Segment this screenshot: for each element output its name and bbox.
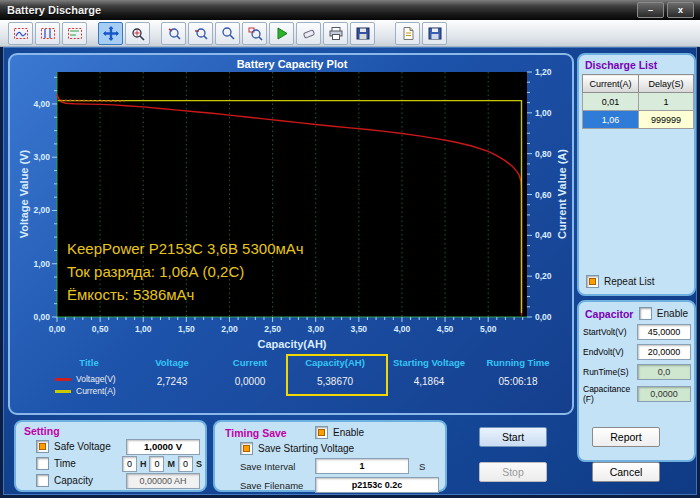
table-cell[interactable]: 0,01 [583, 93, 639, 111]
svg-text:1,00: 1,00 [535, 108, 552, 118]
minimize-button[interactable]: – [637, 2, 664, 18]
save-interval-unit: S [419, 461, 425, 472]
time-hours-field[interactable] [122, 456, 137, 472]
legend-label: Current(A) [76, 386, 116, 396]
svg-text:4,00: 4,00 [33, 99, 50, 109]
title-bar[interactable]: Battery Discharge – x [0, 0, 700, 20]
voltage-value: 2,7243 [133, 376, 211, 387]
svg-text:0,60: 0,60 [535, 190, 552, 200]
zoom-reset-icon [247, 26, 263, 41]
zoom-tool-button[interactable] [125, 22, 150, 45]
timing-enable-checkbox[interactable] [315, 426, 328, 439]
svg-text:4,50: 4,50 [437, 324, 454, 334]
stats-starting-voltage: Starting Voltage 4,1864 [381, 357, 477, 396]
cancel-button[interactable]: Cancel [592, 462, 660, 482]
save-filename-field[interactable] [315, 477, 439, 493]
svg-text:2,50: 2,50 [264, 324, 281, 334]
svg-text:0,00: 0,00 [535, 312, 552, 322]
column-header[interactable]: Delay(S) [639, 75, 694, 93]
select-curve-button[interactable] [8, 22, 33, 45]
endvolt-label: EndVolt(V) [583, 347, 637, 357]
save-interval-field[interactable] [315, 458, 409, 474]
select-horizontal-button[interactable] [62, 22, 87, 45]
endvolt-field[interactable] [637, 344, 691, 360]
stats-header: Voltage [133, 357, 211, 372]
zoom-in-button[interactable] [161, 22, 186, 45]
safe-voltage-row: Safe Voltage [36, 438, 205, 455]
timing-save-title: Timing Save [225, 427, 315, 439]
table-cell[interactable]: 999999 [639, 111, 694, 129]
start-run-button[interactable] [269, 22, 294, 45]
svg-text:3,00: 3,00 [33, 152, 50, 162]
minutes-unit: M [167, 459, 175, 469]
stats-header: Current [211, 357, 289, 372]
legend-current: Current(A) [55, 386, 133, 396]
capacity-field[interactable] [126, 473, 200, 489]
startvolt-field[interactable] [637, 324, 691, 340]
table-cell[interactable]: 1 [639, 93, 694, 111]
start-button[interactable]: Start [479, 427, 547, 447]
pan-button[interactable] [98, 22, 123, 45]
svg-text:0,00: 0,00 [49, 324, 66, 334]
timing-save-head: Timing Save Enable [225, 426, 445, 439]
current-swatch-icon [55, 390, 71, 393]
zoom-out-icon [193, 26, 209, 41]
print-button[interactable] [323, 22, 348, 45]
svg-text:3,00: 3,00 [307, 324, 324, 334]
voltage-swatch-icon [55, 378, 71, 381]
svg-text:0,00: 0,00 [33, 312, 50, 322]
eraser-button[interactable] [296, 22, 321, 45]
save-interval-label: Save Interval [240, 461, 315, 472]
save-starting-voltage-row: Save Starting Voltage [240, 442, 445, 455]
table-cell-selected[interactable]: 1,06 [583, 111, 639, 129]
chart-panel: Battery Capacity Plot 0,000,501,001,502,… [8, 53, 574, 415]
stats-voltage: Voltage 2,7243 [133, 357, 211, 396]
report-button[interactable]: Report [592, 427, 660, 447]
capacitor-title: Capacitor [585, 308, 633, 320]
annotation-line: Ёмкость: 5386мАч [67, 283, 304, 306]
svg-text:0,20: 0,20 [535, 271, 552, 281]
safe-voltage-field[interactable] [126, 439, 200, 455]
column-header[interactable]: Current(A) [583, 75, 639, 93]
export-report-button[interactable] [395, 22, 420, 45]
time-fields: H M S [122, 456, 205, 472]
capacitor-enable-checkbox[interactable] [639, 307, 652, 320]
running-time-value: 05:06:18 [477, 376, 559, 387]
svg-text:0,40: 0,40 [535, 230, 552, 240]
time-seconds-field[interactable] [178, 456, 193, 472]
close-button[interactable]: x [667, 2, 694, 18]
save-starting-voltage-checkbox[interactable] [240, 442, 253, 455]
startvolt-label: StartVolt(V) [583, 327, 637, 337]
svg-text:2,00: 2,00 [33, 205, 50, 215]
eraser-icon [301, 26, 317, 41]
chart-annotation: KeepPower P2153C 3,6В 5300мАч Ток разряд… [67, 237, 304, 306]
stop-button[interactable]: Stop [479, 462, 547, 482]
svg-text:2,00: 2,00 [221, 324, 238, 334]
time-minutes-field[interactable] [149, 456, 164, 472]
close-icon: x [678, 6, 683, 15]
save-data-button[interactable] [422, 22, 447, 45]
svg-text:1,00: 1,00 [33, 259, 50, 269]
zoom-in-icon [166, 26, 182, 41]
save-filename-label: Save Filename [240, 480, 315, 491]
capacity-checkbox[interactable] [36, 474, 49, 487]
legend-voltage: Voltage(V) [55, 374, 133, 384]
time-checkbox[interactable] [36, 457, 49, 470]
report-file-icon [400, 26, 416, 41]
hours-unit: H [140, 459, 147, 469]
capacitance-row: Capacitance (F) [583, 384, 691, 404]
repeat-list-checkbox[interactable] [586, 275, 599, 288]
zoom-out-button[interactable] [188, 22, 213, 45]
setting-panel: Setting Safe Voltage Time H M S Capacity [14, 420, 207, 492]
select-curve-icon [13, 26, 29, 41]
timing-enable-label: Enable [333, 427, 364, 438]
save-button[interactable] [350, 22, 375, 45]
table-row: 0,01 1 [583, 93, 694, 111]
stats-header: Starting Voltage [381, 357, 477, 372]
legend-label: Voltage(V) [76, 374, 116, 384]
magnifier-button[interactable] [215, 22, 240, 45]
runtime-row: RunTime(S) [583, 364, 691, 380]
select-vertical-button[interactable] [35, 22, 60, 45]
zoom-reset-button[interactable] [242, 22, 267, 45]
safe-voltage-checkbox[interactable] [36, 440, 49, 453]
